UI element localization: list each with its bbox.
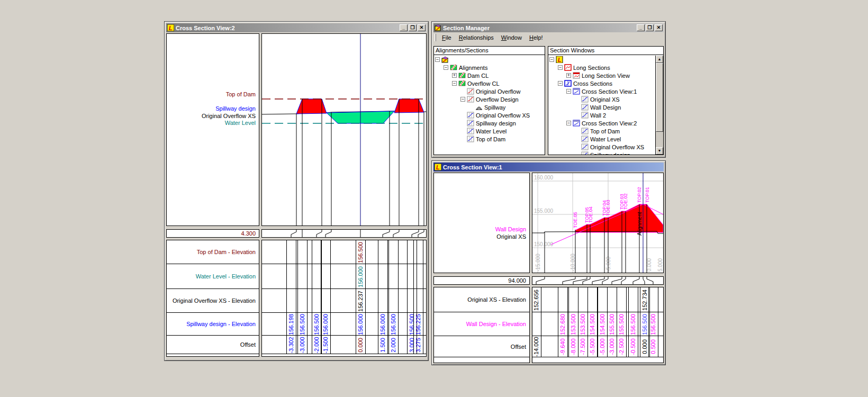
table-column-line [626,287,627,357]
tree-item-top-of-dam[interactable]: Top of Dam [548,127,663,135]
offset-grid-label: -15.000 [535,254,541,272]
tree-item-spillway-design[interactable]: Spillway design [548,151,663,155]
scrollbar-thumb[interactable] [656,63,663,132]
expand-plus-icon[interactable]: + [566,73,571,78]
csv2-chainage-box: 4.300 [166,229,259,238]
alignment-icon [450,64,457,71]
csv2-section-drawing [262,34,426,225]
csv1-chainage: 94.000 [508,277,526,284]
cross-section-icon [467,136,474,142]
tree-item-wall-2[interactable]: Wall 2 [548,111,663,119]
collapse-minus-icon[interactable]: − [460,97,465,102]
wall-point-label: TOP.01 [645,187,650,203]
offset-grid-label: -10.000 [570,254,576,272]
csv1-chainage-box: 94.000 [433,276,530,285]
csv1-drawing-pane[interactable]: 160.000 155.000 150.000 -15.000 -10.000 … [532,173,664,273]
tree-item-alignments[interactable]: −Alignments [434,64,545,71]
collapse-minus-icon[interactable]: − [566,89,571,94]
elevation-grid-label: 155.000 [534,208,554,214]
menu-grip-handle[interactable] [435,34,436,41]
tree-item-original-overflow-xs[interactable]: Original Overflow XS [548,143,663,151]
menu-file[interactable]: File [438,33,455,42]
csv2-titlebar[interactable]: L Cross Section View:2 _ ❐ ✕ [166,23,427,32]
tree-item-wall-design[interactable]: Wall Design [548,103,663,111]
csv2-table-labels: Top of Dam - ElevationWater Level - Elev… [166,240,259,357]
elevation-grid-label: 150.000 [534,241,554,247]
menu-relationships[interactable]: Relationships [455,33,498,42]
tree-item-water-level[interactable]: Water Level [548,135,663,143]
close-button[interactable]: ✕ [655,24,663,31]
tree-item-original-overflow-xs[interactable]: Original Overflow XS [434,111,545,119]
tree-item-water-level[interactable]: Water Level [434,127,545,135]
maximize-button[interactable]: ❐ [409,24,417,31]
long-section-window-icon [573,72,580,79]
legend-spillway-design: Spillway design [215,105,256,112]
maximize-button[interactable]: ❐ [646,24,654,31]
tree-item-long-section-view[interactable]: +Long Section View [548,71,663,79]
tree-item-spillway[interactable]: Spillway [434,103,545,111]
offset-grid-label: 0.000 [646,258,652,272]
offset-value: 3.275 [413,336,423,354]
tree-item-dam-cl[interactable]: +Dam CL [434,71,545,79]
minimize-button[interactable]: _ [637,24,645,31]
tree-item-label: Original Overflow XS [476,112,530,119]
tree-scrollbar[interactable]: ▲ ▼ [655,56,663,155]
collapse-minus-icon[interactable]: − [549,57,554,62]
minimize-button[interactable]: _ [400,24,408,31]
tree-item-cross-section-view-2[interactable]: −Cross Section View:2 [548,119,663,127]
desktop: L Cross Section View:2 _ ❐ ✕ Top of DamS… [0,0,868,397]
collapse-minus-icon[interactable]: − [558,81,563,86]
table-row-label-original-xs-elevation: Original XS - Elevation [434,287,529,312]
scroll-down-icon[interactable]: ▼ [656,147,663,155]
menu-window[interactable]: Window [498,33,526,42]
table-column-line [365,240,366,354]
collapse-minus-icon[interactable]: − [558,65,563,70]
tree-item-cross-section-view-1[interactable]: −Cross Section View:1 [548,87,663,95]
table-column-line [423,240,423,354]
tree-item-spillway-design[interactable]: Spillway design [434,119,545,127]
tree-item-cross-sections[interactable]: −Cross Sections [548,79,663,87]
expand-plus-icon[interactable]: + [452,73,457,78]
elevation-value: 155.500 [617,312,626,336]
tree-item-overflow-design[interactable]: −Overflow Design [434,95,545,103]
collapse-minus-icon[interactable]: − [444,65,448,70]
tree-item-top-of-dam[interactable]: Top of Dam [434,135,545,143]
app-logo-icon: L [556,56,563,63]
collapse-minus-icon[interactable]: − [566,121,571,125]
alignment-label: Alignment [637,212,643,236]
csv2-drawing-pane[interactable] [261,33,427,226]
scroll-up-icon[interactable]: ▲ [656,56,663,63]
close-button[interactable]: ✕ [418,24,426,31]
collapse-minus-icon[interactable]: − [452,81,457,86]
svg-text:L: L [436,164,440,170]
elevation-value: 156.500 [297,313,307,336]
section-manager-titlebar[interactable]: Section Manager _ ❐ ✕ [433,23,664,32]
offset-value: -9.640 [558,336,567,357]
csv1-titlebar[interactable]: L Cross Section View:1 [433,163,664,172]
offset-value: -1.500 [321,336,330,354]
tree-root[interactable]: − [434,56,545,64]
tree-item-original-overflow[interactable]: Original Overflow [434,87,545,95]
tree-item-long-sections[interactable]: −Long Sections [548,64,663,71]
cross-sections-icon [564,80,572,87]
window-title: Section Manager [443,25,635,31]
cross-section-icon [581,143,589,150]
table-column-line [330,240,331,354]
tree-item-original-xs[interactable]: Original XS [548,95,663,103]
sections-root-icon [441,56,449,63]
menu-help[interactable]: Help! [526,33,547,42]
table-row-label-top-of-dam-elevation: Top of Dam - Elevation [167,240,259,264]
offset-value: 0.500 [648,336,658,357]
cross-section-icon [467,112,474,119]
offset-value: -5.500 [587,336,597,357]
offset-value: -14.000 [532,336,541,357]
tree-item-label: Top of Dam [476,136,505,142]
elevation-value: 156.500 [388,313,398,336]
collapse-minus-icon[interactable]: − [435,57,440,62]
tree-root[interactable]: −L [548,56,663,64]
offset-value: -5.000 [598,336,607,357]
tree-item-label: Water Level [476,128,507,134]
tree-item-overflow-cl[interactable]: −Overflow CL [434,79,545,87]
window-section-manager: Section Manager _ ❐ ✕ FileRelationshipsW… [431,21,666,158]
tree-item-label: Overflow CL [467,80,500,87]
